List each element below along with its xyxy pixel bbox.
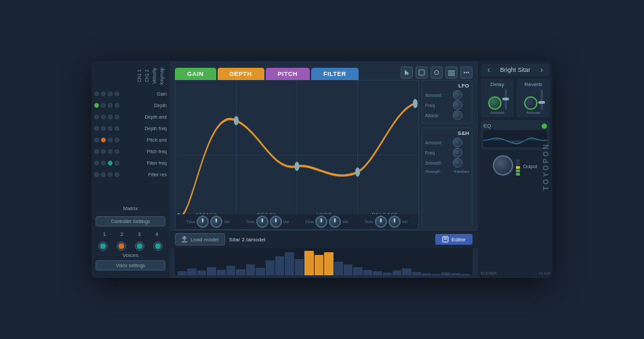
voice-settings-button[interactable]: Voice settings [96, 260, 165, 271]
loop-vel-knob[interactable] [329, 216, 341, 228]
delay-amount-label: Amount [483, 111, 511, 115]
matrix-dot[interactable] [94, 172, 99, 177]
matrix-dots [94, 126, 119, 131]
time-label: Time [246, 220, 255, 224]
matrix-dot[interactable] [101, 115, 106, 119]
matrix-dot[interactable] [94, 126, 99, 131]
voice-num-1: 1 [103, 231, 106, 237]
matrix-dot[interactable] [94, 92, 99, 96]
lfo-amount-knob[interactable] [453, 90, 462, 100]
output-section: Output [481, 153, 550, 178]
decay-controls: Time Vel [246, 216, 289, 228]
matrix-dot[interactable] [101, 149, 106, 154]
channel-label-3: Velocity [152, 66, 157, 85]
preset-next-button[interactable]: › [536, 65, 547, 75]
lfo-attack-row: Attack [425, 111, 469, 120]
pencil-tool[interactable] [416, 66, 428, 79]
svg-point-7 [468, 72, 469, 73]
meter-seg-4 [516, 163, 520, 165]
cursor-tool[interactable] [401, 66, 413, 79]
settings-tool[interactable] [445, 66, 458, 79]
delay-knob-group [488, 96, 502, 110]
matrix-rows: Gain Depth Depth a [94, 88, 167, 204]
wave-bar [461, 274, 470, 275]
matrix-dot[interactable] [115, 172, 119, 177]
matrix-dot[interactable] [101, 103, 106, 108]
matrix-dot[interactable] [101, 172, 106, 177]
time-label: Time [305, 220, 314, 224]
matrix-dot[interactable] [115, 126, 119, 131]
plugin-container: Ch1 1 Ch1 2 Velocity Keymap Gain [92, 61, 552, 278]
matrix-dot[interactable] [101, 161, 106, 165]
matrix-dot[interactable] [115, 92, 119, 96]
matrix-dot[interactable] [108, 126, 113, 131]
matrix-row: Filter res [94, 169, 167, 180]
matrix-row-label: Depth amt [122, 115, 167, 119]
matrix-dot[interactable] [108, 138, 113, 142]
matrix-dot[interactable] [108, 103, 113, 108]
matrix-dot-active[interactable] [101, 138, 106, 142]
release-time-knob[interactable] [375, 216, 387, 228]
release-vel-knob[interactable] [388, 216, 401, 228]
matrix-dot[interactable] [108, 92, 113, 96]
sbh-amount-knob[interactable] [453, 138, 462, 147]
sbh-smooth-knob[interactable] [453, 158, 462, 167]
wave-bar [432, 274, 441, 275]
voice-btn-3[interactable] [135, 241, 144, 251]
attack-time-knob[interactable] [197, 216, 209, 228]
matrix-dot[interactable] [108, 115, 113, 119]
delay-fader[interactable] [504, 89, 507, 110]
tab-gain[interactable]: GAIN [175, 68, 216, 80]
matrix-dot[interactable] [108, 172, 113, 177]
controller-settings-button[interactable]: Controller Settings [96, 216, 165, 226]
voice-buttons [94, 240, 167, 252]
wave-bar [226, 266, 235, 275]
matrix-dot[interactable] [94, 115, 99, 119]
matrix-row: Depth amt [94, 111, 167, 122]
output-knob[interactable] [493, 155, 513, 176]
sbh-freq-knob[interactable] [453, 148, 462, 157]
tab-filter[interactable]: FILTER [311, 68, 359, 80]
delay-knob[interactable] [488, 96, 502, 110]
matrix-dot[interactable] [115, 115, 119, 119]
matrix-dot[interactable] [108, 149, 113, 154]
matrix-row-label: Filter res [122, 172, 167, 177]
reverb-knob[interactable] [524, 96, 538, 110]
more-tool[interactable] [460, 66, 472, 79]
matrix-dot-active[interactable] [108, 161, 113, 165]
wave-bar-active [315, 255, 323, 275]
matrix-dot-active[interactable] [94, 103, 99, 108]
matrix-dot[interactable] [101, 126, 106, 131]
matrix-dot[interactable] [94, 138, 99, 142]
decay-time-knob[interactable] [256, 216, 268, 228]
voice-btn-4[interactable] [153, 241, 163, 251]
matrix-dot[interactable] [115, 138, 119, 142]
matrix-row-label: Depth [122, 103, 167, 108]
editor-button[interactable]: Editor [435, 234, 472, 245]
loop-time-knob[interactable] [315, 216, 327, 228]
voice-btn-1[interactable] [98, 241, 108, 251]
voice-btn-2[interactable] [117, 241, 126, 251]
matrix-dot[interactable] [115, 103, 119, 108]
matrix-dot[interactable] [115, 161, 119, 165]
decay-vel-knob[interactable] [270, 216, 282, 228]
matrix-dot[interactable] [101, 92, 106, 96]
wave-bar [256, 268, 264, 275]
wave-bar [441, 273, 450, 275]
tab-pitch[interactable]: PITCH [266, 68, 310, 80]
snap-tool[interactable] [430, 66, 443, 79]
matrix-dot[interactable] [94, 149, 99, 154]
preset-prev-button[interactable]: ‹ [483, 65, 494, 75]
matrix-dot[interactable] [115, 149, 119, 154]
attack-vel-knob[interactable] [210, 216, 222, 228]
knob-controls: Time Vel Time Vel Time [176, 214, 418, 229]
wave-bar [187, 268, 196, 275]
matrix-dot[interactable] [94, 161, 99, 165]
lfo-attack-knob[interactable] [453, 111, 462, 120]
load-model-button[interactable]: Load model [175, 233, 225, 245]
lfo-freq-knob[interactable] [453, 100, 462, 110]
tab-depth[interactable]: DEPTH [218, 68, 264, 80]
matrix-dots [94, 172, 119, 177]
matrix-row-label: Depth freq [122, 126, 167, 131]
lfo-freq-label: Freq [425, 103, 451, 108]
